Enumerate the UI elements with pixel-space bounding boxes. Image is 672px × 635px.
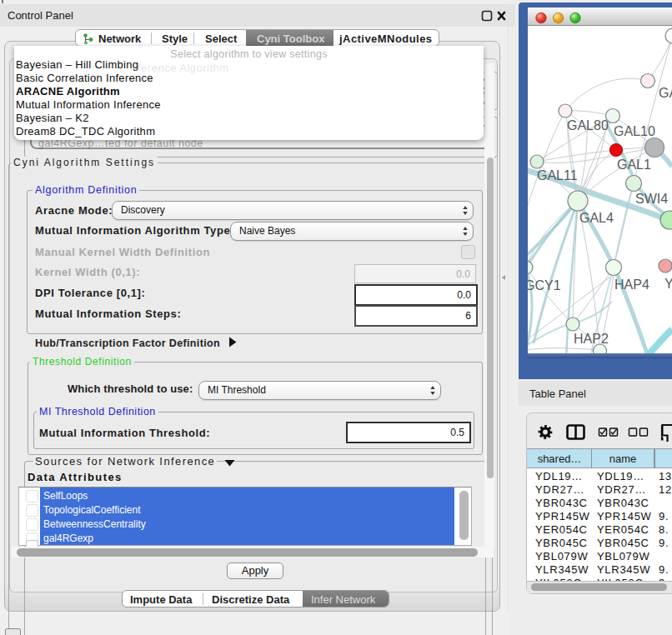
svg-text:GCY1: GCY1 xyxy=(528,278,561,292)
svg-text:HAP2: HAP2 xyxy=(574,332,609,346)
svg-text:SWI4: SWI4 xyxy=(635,192,668,206)
svg-text:Y: Y xyxy=(664,277,672,291)
svg-text:GAL80: GAL80 xyxy=(567,118,609,132)
svg-text:HAP4: HAP4 xyxy=(614,278,649,292)
svg-text:GAL1: GAL1 xyxy=(617,158,651,172)
svg-text:GAL10: GAL10 xyxy=(614,124,655,138)
svg-text:GAL4: GAL4 xyxy=(579,211,614,225)
svg-text:GAL11: GAL11 xyxy=(537,168,578,182)
svg-text:GAL: GAL xyxy=(659,86,672,100)
